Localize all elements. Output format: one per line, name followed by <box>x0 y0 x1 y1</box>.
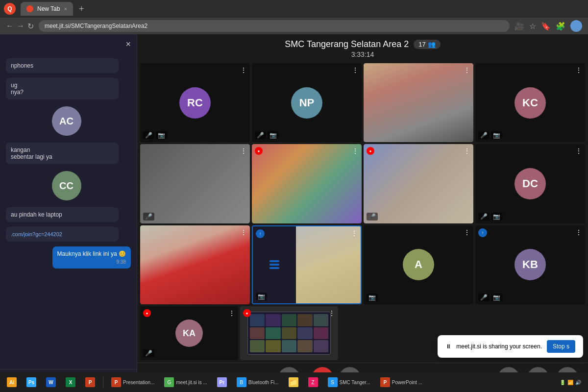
taskbar-word[interactable]: W <box>42 374 60 390</box>
tab-favicon <box>26 5 33 12</box>
battery-icon: 🔋 <box>560 380 565 385</box>
video-cell-face3: ● ⋮ 🎤 <box>364 144 473 223</box>
cell-menu-ka[interactable]: ⋮ <box>228 309 235 317</box>
mini-cell-12 <box>266 340 280 352</box>
avatar-a: A <box>403 249 434 280</box>
profile-avatar[interactable] <box>570 20 582 32</box>
video-grid: RC ⋮ 🎤 📷 NP ⋮ 🎤 📷 ⋮ <box>137 60 588 307</box>
video-cell-a: A ⋮ 📷 <box>364 225 473 304</box>
cell-menu-np[interactable]: ⋮ <box>352 66 359 74</box>
taskbar-ps[interactable]: Ps <box>23 374 40 390</box>
meeting-title: SMC Tangerang Selatan Area 2 17 👥 <box>137 39 588 49</box>
active-tab[interactable]: New Tab × <box>21 2 73 16</box>
mini-cell-5 <box>314 314 328 326</box>
own-message-row: Mauknya klik link ini ya 😊 9:38 <box>6 246 131 269</box>
tab-close-btn[interactable]: × <box>64 6 67 12</box>
screen-share-content <box>240 306 338 360</box>
mute-indicators-dc: 🎤 📷 <box>478 213 502 220</box>
taskbar-presentation[interactable]: P Presentation... <box>107 374 158 390</box>
own-msg-text: Mauknya klik link ini ya 😊 <box>57 250 126 257</box>
video-feed-face1 <box>364 63 473 142</box>
taskbar-label-presentation: Presentation... <box>123 380 154 385</box>
mic-mute-icon-ka: 🎤 <box>143 349 154 357</box>
msg-text-6: au pindah ke laptop <box>11 211 62 218</box>
cell-menu-face1[interactable]: ⋮ <box>464 66 470 74</box>
taskbar-icon-powerpoint: P <box>380 377 390 387</box>
msg-text-2: ugnya? <box>11 82 24 96</box>
extensions-icon[interactable]: 🔖 <box>541 22 551 31</box>
taskbar-meet[interactable]: G meet.jit.si is ... <box>160 374 211 390</box>
split-container <box>253 226 361 303</box>
taskbar-icon-folder: 📁 <box>289 377 298 387</box>
split-right <box>296 226 361 303</box>
taskbar-bluetooth[interactable]: B Bluetooth Fi... <box>233 374 283 390</box>
taskbar-label-smc: SMC Tanger... <box>340 380 370 385</box>
video-cell-face4: ⋮ <box>140 225 250 304</box>
share-badge-split: ↑ <box>256 229 265 238</box>
back-icon[interactable]: ← <box>6 22 14 31</box>
new-tab-button[interactable]: + <box>75 4 88 14</box>
mic-mute-icon-kb: 🎤 <box>478 294 490 301</box>
browser-chrome: Q New Tab × + ← → ↻ meet.jit.si/SMCTange… <box>0 0 588 34</box>
video-area: SMC Tangerang Selatan Area 2 17 👥 3:33:1… <box>137 34 588 392</box>
avatar-ac: AC <box>52 106 81 136</box>
avatar-row-cc: CC <box>6 169 131 202</box>
cell-menu-face4[interactable]: ⋮ <box>240 228 247 236</box>
url-box[interactable]: meet.jit.si/SMCTangerangSelatanArea2 <box>39 20 510 32</box>
cell-menu-dc[interactable]: ⋮ <box>575 147 582 155</box>
video-cell-kc: KC ⋮ 🎤 📷 <box>475 63 585 142</box>
bookmark-icon[interactable]: ☆ <box>529 22 536 31</box>
cam-mute-icon-np: 📷 <box>268 131 279 139</box>
notif-text: meet.jit.si is sharing your screen. <box>456 343 542 350</box>
mini-cell-11 <box>250 340 265 352</box>
taskbar-icon-ps: Ps <box>26 377 36 387</box>
chat-message-2: ugnya? <box>6 78 119 99</box>
taskbar-folder[interactable]: 📁 <box>285 374 302 390</box>
cell-menu-split[interactable]: ⋮ <box>351 229 358 237</box>
cell-menu-kb[interactable]: ⋮ <box>575 228 582 236</box>
cell-menu-blank[interactable]: ⋮ <box>240 147 247 155</box>
participant-count: 17 <box>418 41 425 48</box>
cell-menu-screenshare[interactable]: ⋮ <box>328 309 335 317</box>
mute-indicators-rc: 🎤 📷 <box>143 131 167 139</box>
avatar-kb: KB <box>514 249 546 280</box>
chat-panel: × nphones ugnya? AC kangansebentar lagi … <box>0 34 137 392</box>
forward-icon[interactable]: → <box>17 22 24 31</box>
mic-mute-icon-blank: 🎤 <box>143 213 154 220</box>
mic-mute-icon-rc: 🎤 <box>143 131 154 139</box>
cell-menu-face2[interactable]: ⋮ <box>352 147 359 155</box>
video-cell-kb: KB ↑ ⋮ 🎤 📷 <box>475 225 585 304</box>
stop-sharing-button[interactable]: Stop s <box>547 340 575 353</box>
taskbar-label-meet: meet.jit.si is ... <box>176 380 207 385</box>
camera-toolbar-icon[interactable]: 🎥 <box>514 22 524 31</box>
puzzle-icon[interactable]: 🧩 <box>556 22 565 31</box>
taskbar-ppt-icon[interactable]: P <box>81 374 99 390</box>
mute-indicators-blank: 🎤 <box>143 213 154 220</box>
mute-indicators-np: 🎤 📷 <box>255 131 279 139</box>
cell-menu-a[interactable]: ⋮ <box>464 228 470 236</box>
cell-menu-face3[interactable]: ⋮ <box>464 147 470 155</box>
msg-timestamp: 9:38 <box>57 259 126 265</box>
chat-message-6: au pindah ke laptop <box>6 207 119 222</box>
link-text[interactable]: .com/join?gc=244202 <box>11 231 62 237</box>
video-cell-blank: ⋮ 🎤 <box>140 144 250 223</box>
cam-mute-icon-split: 📷 <box>256 293 267 300</box>
cell-menu-rc[interactable]: ⋮ <box>240 66 247 74</box>
taskbar-powerpoint[interactable]: P PowerPoint ... <box>376 374 426 390</box>
video-cell-face1: ⋮ <box>364 63 473 142</box>
mini-cell-9 <box>297 327 312 340</box>
chat-close-button[interactable]: × <box>125 39 131 49</box>
taskbar-excel[interactable]: X <box>62 374 79 390</box>
taskbar-premiere[interactable]: Pr <box>213 374 231 390</box>
taskbar-smc[interactable]: S SMC Tanger... <box>324 374 374 390</box>
cell-menu-kc[interactable]: ⋮ <box>575 66 582 74</box>
taskbar-system-tray[interactable]: 🔋 📶 🔊 <box>556 374 585 390</box>
notif-icon: ⏸ <box>445 343 451 350</box>
address-bar: ← → ↻ meet.jit.si/SMCTangerangSelatanAre… <box>0 18 588 34</box>
reload-icon[interactable]: ↻ <box>27 22 34 31</box>
meeting-header: SMC Tangerang Selatan Area 2 17 👥 3:33:1… <box>137 34 588 60</box>
taskbar-ai[interactable]: Ai <box>3 374 21 390</box>
browser-toolbar: 🎥 ☆ 🔖 🧩 <box>514 20 582 32</box>
main-content: × nphones ugnya? AC kangansebentar lagi … <box>0 34 588 392</box>
taskbar-app2[interactable]: Z <box>304 374 322 390</box>
